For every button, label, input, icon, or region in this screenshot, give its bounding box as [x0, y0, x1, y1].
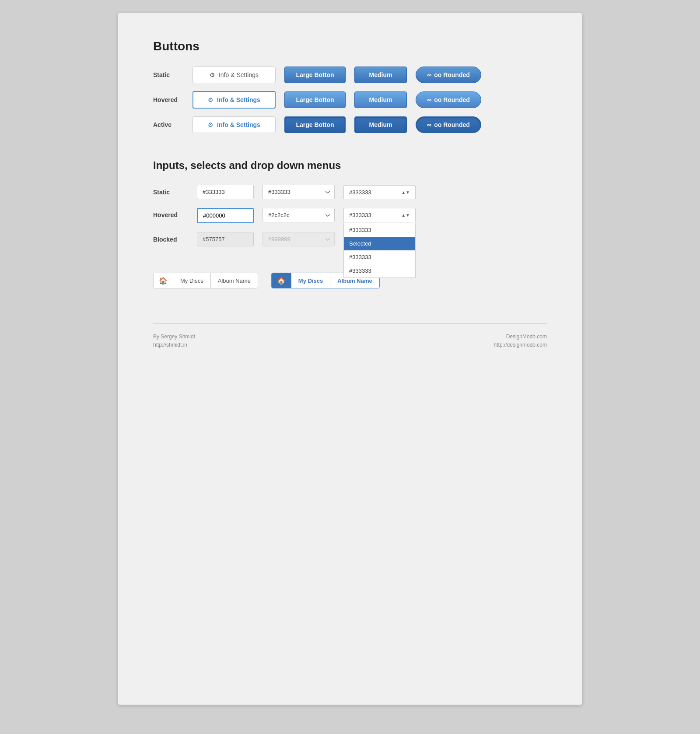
input-row-hovered: Hovered #2c2c2c #333333 ▲▼ #333333 Selec…	[153, 208, 547, 223]
gear-icon: ⚙	[210, 71, 215, 78]
breadcrumb-home-active[interactable]: 🏠	[272, 273, 291, 288]
footer-author: By Sergey Shmidt	[153, 333, 195, 341]
dropdown-arrow-static: ▲▼	[401, 190, 410, 195]
footer-brand-url: http://designmodo.com	[494, 341, 547, 349]
select-static[interactable]: #333333	[262, 185, 335, 199]
footer-brand: DesignModo.com	[494, 333, 547, 341]
dropdown-trigger-static[interactable]: #333333 ▲▼	[343, 185, 416, 199]
row-label-active: Active	[153, 121, 184, 128]
large-button-hovered[interactable]: Large Botton	[284, 91, 346, 108]
page-container: Buttons Static ⚙ Info & Settings Large B…	[118, 13, 582, 705]
button-row-static: Static ⚙ Info & Settings Large Botton Me…	[153, 67, 547, 83]
breadcrumb-item-myDiscs-static[interactable]: My Discs	[173, 273, 211, 288]
inputs-title: Inputs, selects and drop down menus	[153, 159, 547, 172]
input-rows: Static #333333 #333333 ▲▼ Hovered	[153, 185, 547, 246]
dropdown-arrow-open: ▲▼	[401, 213, 410, 218]
buttons-section: Buttons Static ⚙ Info & Settings Large B…	[153, 39, 547, 133]
rounded-label-static: oo Rounded	[434, 71, 470, 78]
dropdown-list: #333333 Selected #333333 #333333	[343, 223, 416, 278]
ghost-button-hovered[interactable]: ⚙ Info & Settings	[192, 91, 276, 109]
select-blocked: #999999	[262, 232, 335, 246]
row-label-static: Static	[153, 71, 184, 78]
dropdown-open[interactable]: #333333 ▲▼ #333333 Selected #333333 #333…	[343, 208, 416, 222]
input-label-static: Static	[153, 189, 188, 196]
breadcrumb-item-albumName-static[interactable]: Album Name	[211, 273, 258, 288]
medium-button-active[interactable]: Medium	[354, 116, 407, 133]
large-button-active[interactable]: Large Botton	[284, 116, 346, 133]
dropdown-item-selected[interactable]: Selected	[344, 237, 415, 250]
input-label-hovered: Hovered	[153, 208, 188, 218]
gear-icon-hovered: ⚙	[208, 96, 214, 103]
rounded-button-hovered[interactable]: ∞ oo Rounded	[416, 91, 481, 108]
input-row-static: Static #333333 #333333 ▲▼	[153, 185, 547, 199]
dropdown-item-1[interactable]: #333333	[344, 223, 415, 237]
dropdown-static[interactable]: #333333 ▲▼	[343, 185, 416, 199]
link-icon-active: ∞	[427, 121, 431, 128]
breadcrumb-item-myDiscs-active[interactable]: My Discs	[291, 273, 330, 288]
ghost-button-label-active: Info & Settings	[217, 121, 260, 128]
gear-icon-active: ⚙	[208, 121, 214, 128]
dropdown-item-3[interactable]: #333333	[344, 250, 415, 264]
medium-button-hovered[interactable]: Medium	[354, 91, 407, 108]
buttons-title: Buttons	[153, 39, 547, 53]
rounded-button-static[interactable]: ∞ oo Rounded	[416, 67, 481, 83]
breadcrumb-static[interactable]: 🏠 My Discs Album Name	[153, 273, 258, 288]
row-label-hovered: Hovered	[153, 96, 184, 103]
text-input-blocked	[197, 232, 254, 246]
rounded-button-active[interactable]: ∞ oo Rounded	[416, 116, 481, 133]
text-input-hovered[interactable]	[197, 208, 254, 223]
dropdown-value-static: #333333	[349, 189, 371, 196]
select-hovered[interactable]: #2c2c2c	[262, 208, 335, 222]
ghost-button-static[interactable]: ⚙ Info & Settings	[192, 67, 276, 83]
medium-button-static[interactable]: Medium	[354, 67, 407, 83]
breadcrumb-home-static[interactable]: 🏠	[154, 273, 173, 288]
ghost-button-label-hovered: Info & Settings	[217, 96, 260, 103]
footer-right: DesignModo.com http://designmodo.com	[494, 333, 547, 349]
link-icon-static: ∞	[427, 71, 431, 78]
ghost-button-active[interactable]: ⚙ Info & Settings	[192, 116, 276, 133]
text-input-static[interactable]	[197, 185, 254, 199]
inputs-section: Inputs, selects and drop down menus Stat…	[153, 159, 547, 246]
footer-left: By Sergey Shmidt http://shmidt.in	[153, 333, 195, 349]
dropdown-value-open: #333333	[349, 212, 371, 218]
rounded-label-active: oo Rounded	[434, 121, 470, 128]
dropdown-trigger-open[interactable]: #333333 ▲▼	[343, 208, 416, 222]
button-row-active: Active ⚙ Info & Settings Large Botton Me…	[153, 116, 547, 133]
large-button-static[interactable]: Large Botton	[284, 67, 346, 83]
link-icon-hovered: ∞	[427, 96, 431, 103]
rounded-label-hovered: oo Rounded	[434, 96, 470, 103]
footer: By Sergey Shmidt http://shmidt.in Design…	[153, 323, 547, 349]
ghost-button-label-static: Info & Settings	[219, 71, 259, 78]
button-row-hovered: Hovered ⚙ Info & Settings Large Botton M…	[153, 91, 547, 109]
footer-author-url: http://shmidt.in	[153, 341, 195, 349]
input-label-blocked: Blocked	[153, 236, 188, 243]
dropdown-item-4[interactable]: #333333	[344, 264, 415, 277]
